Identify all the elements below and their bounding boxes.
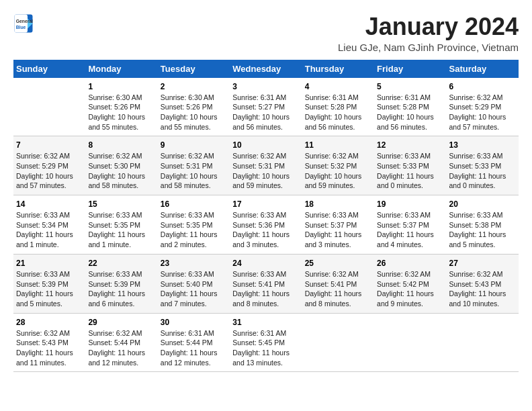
calendar-cell: 6Sunrise: 6:32 AM Sunset: 5:29 PM Daylig… (447, 78, 519, 136)
day-number: 30 (161, 318, 227, 327)
calendar-week-row: 7Sunrise: 6:32 AM Sunset: 5:29 PM Daylig… (13, 136, 519, 195)
calendar-week-row: 28Sunrise: 6:32 AM Sunset: 5:43 PM Dayli… (13, 313, 519, 372)
day-info: Sunrise: 6:33 AM Sunset: 5:41 PM Dayligh… (232, 269, 299, 309)
day-info: Sunrise: 6:32 AM Sunset: 5:41 PM Dayligh… (305, 269, 371, 309)
day-number: 1 (88, 82, 154, 91)
day-number: 19 (377, 199, 443, 209)
day-number: 26 (377, 259, 443, 268)
title-block: January 2024 Lieu GJe, Nam GJinh Provinc… (338, 13, 519, 53)
day-info: Sunrise: 6:32 AM Sunset: 5:43 PM Dayligh… (16, 328, 83, 368)
calendar-week-row: 1Sunrise: 6:30 AM Sunset: 5:26 PM Daylig… (13, 78, 519, 136)
svg-rect-2 (15, 15, 28, 33)
calendar-cell: 23Sunrise: 6:33 AM Sunset: 5:40 PM Dayli… (158, 254, 230, 313)
weekday-header-saturday: Saturday (447, 60, 519, 78)
day-info: Sunrise: 6:32 AM Sunset: 5:30 PM Dayligh… (88, 151, 154, 191)
day-info: Sunrise: 6:33 AM Sunset: 5:37 PM Dayligh… (305, 210, 371, 250)
day-number: 17 (232, 199, 299, 209)
calendar-cell: 7Sunrise: 6:32 AM Sunset: 5:29 PM Daylig… (13, 136, 85, 195)
calendar-cell: 12Sunrise: 6:33 AM Sunset: 5:33 PM Dayli… (374, 136, 446, 195)
calendar-cell: 19Sunrise: 6:33 AM Sunset: 5:37 PM Dayli… (374, 195, 446, 255)
calendar-cell: 11Sunrise: 6:32 AM Sunset: 5:32 PM Dayli… (302, 136, 374, 195)
day-info: Sunrise: 6:32 AM Sunset: 5:42 PM Dayligh… (377, 269, 443, 309)
weekday-header-tuesday: Tuesday (158, 60, 230, 78)
day-number: 5 (377, 82, 443, 91)
calendar-cell: 22Sunrise: 6:33 AM Sunset: 5:39 PM Dayli… (85, 254, 157, 313)
day-info: Sunrise: 6:31 AM Sunset: 5:28 PM Dayligh… (305, 93, 371, 132)
svg-text:General: General (16, 19, 33, 24)
day-number: 29 (88, 318, 154, 327)
day-number: 14 (16, 199, 83, 209)
calendar-week-row: 21Sunrise: 6:33 AM Sunset: 5:39 PM Dayli… (13, 254, 519, 313)
calendar-cell: 18Sunrise: 6:33 AM Sunset: 5:37 PM Dayli… (302, 195, 374, 255)
weekday-header-monday: Monday (85, 60, 157, 78)
day-info: Sunrise: 6:32 AM Sunset: 5:44 PM Dayligh… (88, 328, 154, 368)
calendar-cell: 3Sunrise: 6:31 AM Sunset: 5:27 PM Daylig… (230, 78, 302, 136)
day-number: 15 (88, 199, 154, 209)
day-number: 25 (305, 259, 371, 268)
calendar-cell (447, 313, 519, 372)
day-number: 8 (88, 140, 154, 150)
calendar-cell: 8Sunrise: 6:32 AM Sunset: 5:30 PM Daylig… (85, 136, 157, 195)
weekday-header-row: SundayMondayTuesdayWednesdayThursdayFrid… (13, 60, 519, 78)
weekday-header-friday: Friday (374, 60, 446, 78)
calendar-cell: 30Sunrise: 6:31 AM Sunset: 5:44 PM Dayli… (158, 313, 230, 372)
day-info: Sunrise: 6:33 AM Sunset: 5:35 PM Dayligh… (88, 210, 154, 250)
calendar-cell: 24Sunrise: 6:33 AM Sunset: 5:41 PM Dayli… (230, 254, 302, 313)
calendar-cell: 29Sunrise: 6:32 AM Sunset: 5:44 PM Dayli… (85, 313, 157, 372)
day-number: 9 (161, 140, 227, 150)
svg-text:Blue: Blue (16, 25, 26, 30)
logo-icon: General Blue (13, 13, 34, 34)
day-info: Sunrise: 6:33 AM Sunset: 5:35 PM Dayligh… (161, 210, 227, 250)
day-info: Sunrise: 6:33 AM Sunset: 5:37 PM Dayligh… (377, 210, 443, 250)
calendar-cell: 4Sunrise: 6:31 AM Sunset: 5:28 PM Daylig… (302, 78, 374, 136)
calendar-cell: 20Sunrise: 6:33 AM Sunset: 5:38 PM Dayli… (447, 195, 519, 255)
day-info: Sunrise: 6:33 AM Sunset: 5:40 PM Dayligh… (161, 269, 227, 309)
calendar-cell: 28Sunrise: 6:32 AM Sunset: 5:43 PM Dayli… (13, 313, 85, 372)
calendar-cell: 16Sunrise: 6:33 AM Sunset: 5:35 PM Dayli… (158, 195, 230, 255)
calendar-table: SundayMondayTuesdayWednesdayThursdayFrid… (13, 60, 519, 373)
day-info: Sunrise: 6:32 AM Sunset: 5:32 PM Dayligh… (305, 151, 371, 191)
weekday-header-thursday: Thursday (302, 60, 374, 78)
day-info: Sunrise: 6:33 AM Sunset: 5:36 PM Dayligh… (232, 210, 299, 250)
calendar-cell: 13Sunrise: 6:33 AM Sunset: 5:33 PM Dayli… (447, 136, 519, 195)
day-info: Sunrise: 6:33 AM Sunset: 5:33 PM Dayligh… (377, 151, 443, 191)
day-info: Sunrise: 6:32 AM Sunset: 5:29 PM Dayligh… (449, 93, 516, 132)
day-number: 10 (232, 140, 299, 150)
calendar-cell (374, 313, 446, 372)
day-info: Sunrise: 6:31 AM Sunset: 5:44 PM Dayligh… (161, 328, 227, 368)
day-info: Sunrise: 6:31 AM Sunset: 5:45 PM Dayligh… (232, 328, 299, 368)
calendar-cell: 5Sunrise: 6:31 AM Sunset: 5:28 PM Daylig… (374, 78, 446, 136)
day-info: Sunrise: 6:31 AM Sunset: 5:28 PM Dayligh… (377, 93, 443, 132)
weekday-header-sunday: Sunday (13, 60, 85, 78)
day-number: 28 (16, 318, 83, 327)
calendar-cell: 10Sunrise: 6:32 AM Sunset: 5:31 PM Dayli… (230, 136, 302, 195)
day-info: Sunrise: 6:33 AM Sunset: 5:33 PM Dayligh… (449, 151, 516, 191)
day-number: 2 (161, 82, 227, 91)
calendar-cell: 14Sunrise: 6:33 AM Sunset: 5:34 PM Dayli… (13, 195, 85, 255)
calendar-cell: 2Sunrise: 6:30 AM Sunset: 5:26 PM Daylig… (158, 78, 230, 136)
day-number: 7 (16, 140, 83, 150)
calendar-title: January 2024 (338, 13, 519, 40)
day-number: 6 (449, 82, 516, 91)
day-info: Sunrise: 6:32 AM Sunset: 5:43 PM Dayligh… (449, 269, 516, 309)
calendar-subtitle: Lieu GJe, Nam GJinh Province, Vietnam (338, 42, 519, 53)
page-header: General Blue January 2024 Lieu GJe, Nam … (13, 13, 519, 53)
day-info: Sunrise: 6:33 AM Sunset: 5:38 PM Dayligh… (449, 210, 516, 250)
day-number: 27 (449, 259, 516, 268)
day-number: 4 (305, 82, 371, 91)
day-number: 31 (232, 318, 299, 327)
calendar-cell: 17Sunrise: 6:33 AM Sunset: 5:36 PM Dayli… (230, 195, 302, 255)
day-number: 11 (305, 140, 371, 150)
calendar-cell: 31Sunrise: 6:31 AM Sunset: 5:45 PM Dayli… (230, 313, 302, 372)
calendar-cell: 26Sunrise: 6:32 AM Sunset: 5:42 PM Dayli… (374, 254, 446, 313)
day-info: Sunrise: 6:33 AM Sunset: 5:39 PM Dayligh… (88, 269, 154, 309)
day-info: Sunrise: 6:33 AM Sunset: 5:39 PM Dayligh… (16, 269, 83, 309)
calendar-cell (13, 78, 85, 136)
weekday-header-wednesday: Wednesday (230, 60, 302, 78)
day-number: 23 (161, 259, 227, 268)
logo: General Blue (13, 13, 34, 34)
day-info: Sunrise: 6:33 AM Sunset: 5:34 PM Dayligh… (16, 210, 83, 250)
day-number: 20 (449, 199, 516, 209)
day-number: 3 (232, 82, 299, 91)
day-info: Sunrise: 6:32 AM Sunset: 5:31 PM Dayligh… (161, 151, 227, 191)
